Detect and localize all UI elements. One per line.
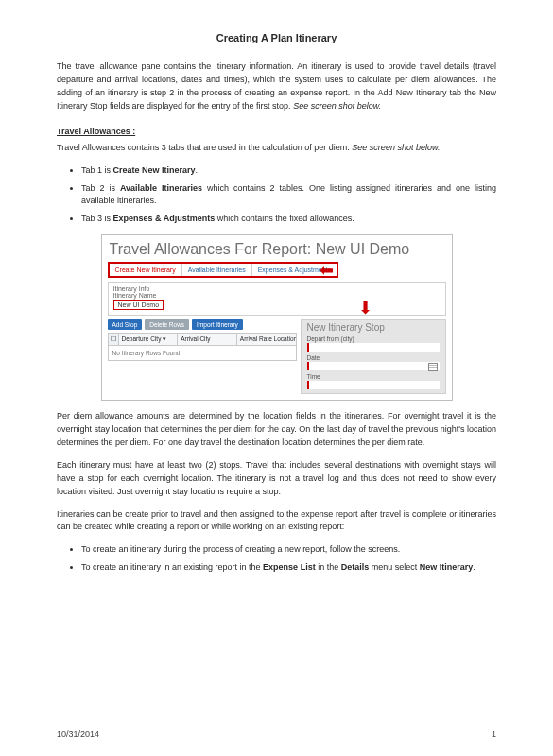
tabs-wrap: Create New Itinerary Available Itinerari… bbox=[102, 262, 452, 282]
itinerary-name-label: Itinerary Name bbox=[113, 292, 441, 299]
footer-page-number: 1 bbox=[492, 730, 496, 739]
add-stop-button[interactable]: Add Stop bbox=[108, 319, 143, 330]
arrow-down-icon: ⬇ bbox=[358, 300, 372, 317]
arrow-left-icon: ⬅ bbox=[320, 262, 334, 279]
intro-text: The travel allowance pane contains the I… bbox=[57, 61, 496, 111]
ta-intro-text: Travel Allowances contains 3 tabs that a… bbox=[57, 143, 350, 152]
field-label-depart: Depart from (city) bbox=[307, 335, 440, 342]
intro-tail: See screen shot below. bbox=[293, 101, 381, 111]
col-departure-city[interactable]: Departure City ▾ bbox=[119, 334, 179, 345]
footer: 10/31/2014 1 bbox=[57, 730, 496, 739]
checkbox-header[interactable]: ☐ bbox=[109, 334, 119, 345]
left-column: Add Stop Delete Rows Import Itinerary ☐ … bbox=[108, 319, 297, 394]
time-input[interactable] bbox=[307, 381, 440, 389]
footer-date: 10/31/2014 bbox=[57, 730, 99, 739]
intro-paragraph: The travel allowance pane contains the I… bbox=[57, 60, 496, 113]
bullet-tab3: Tab 3 is Expenses & Adjustments which co… bbox=[81, 213, 496, 225]
grid-header: ☐ Departure City ▾ Arrival City Arrival … bbox=[108, 333, 297, 346]
itineraries-paragraph: Itineraries can be create prior to trave… bbox=[57, 508, 496, 535]
tabs-bullet-list: Tab 1 is Create New Itinerary. Tab 2 is … bbox=[57, 164, 496, 225]
ta-intro-paragraph: Travel Allowances contains 3 tabs that a… bbox=[57, 142, 496, 155]
itinerary-info-box: Itinerary Info Itinerary Name New UI Dem… bbox=[108, 282, 446, 316]
depart-from-input[interactable] bbox=[307, 343, 440, 352]
bullet-new-report: To create an itinerary during the proces… bbox=[81, 543, 496, 556]
tabs-bar: Create New Itinerary Available Itinerari… bbox=[108, 262, 339, 278]
page-title: Creating A Plan Itinerary bbox=[57, 32, 496, 43]
tab-available-itineraries[interactable]: Available Itineraries bbox=[182, 264, 252, 276]
new-itinerary-stop-heading: New Itinerary Stop bbox=[307, 322, 440, 333]
right-column: ⬇ New Itinerary Stop Depart from (city) … bbox=[301, 319, 446, 394]
how-to-bullet-list: To create an itinerary during the proces… bbox=[57, 543, 496, 574]
itinerary-info-label: Itinerary Info bbox=[113, 285, 441, 292]
ta-intro-tail: See screen shot below. bbox=[352, 143, 440, 152]
stops-paragraph: Each itinerary must have at least two (2… bbox=[57, 459, 496, 499]
button-row: Add Stop Delete Rows Import Itinerary bbox=[108, 319, 297, 330]
embedded-screenshot: Travel Allowances For Report: New UI Dem… bbox=[101, 234, 453, 401]
field-label-time: Time bbox=[307, 373, 440, 380]
field-label-date: Date bbox=[307, 354, 440, 361]
bullet-tab2: Tab 2 is Available Itineraries which con… bbox=[81, 182, 496, 207]
tab-create-new-itinerary[interactable]: Create New Itinerary bbox=[110, 264, 182, 276]
bullet-existing-report: To create an itinerary in an existing re… bbox=[81, 561, 496, 574]
bullet-tab1: Tab 1 is Create New Itinerary. bbox=[81, 164, 496, 177]
col-arrival-city[interactable]: Arrival City bbox=[178, 334, 237, 345]
document-page: Creating A Plan Itinerary The travel all… bbox=[0, 0, 553, 756]
col-arrival-rate-location[interactable]: Arrival Rate Location bbox=[237, 334, 296, 345]
itinerary-name-input[interactable]: New UI Demo bbox=[113, 300, 164, 310]
screenshot-title: Travel Allowances For Report: New UI Dem… bbox=[102, 235, 452, 262]
import-itinerary-button[interactable]: Import Itinerary bbox=[192, 319, 243, 330]
section-head-travel-allowances: Travel Allowances : bbox=[57, 127, 496, 136]
date-input[interactable] bbox=[307, 362, 440, 370]
grid-empty-row: No Itinerary Rows Found bbox=[108, 346, 297, 361]
columns: Add Stop Delete Rows Import Itinerary ☐ … bbox=[108, 319, 446, 394]
delete-rows-button[interactable]: Delete Rows bbox=[145, 319, 189, 330]
per-diem-paragraph: Per diem allowance amounts are determine… bbox=[57, 410, 496, 450]
